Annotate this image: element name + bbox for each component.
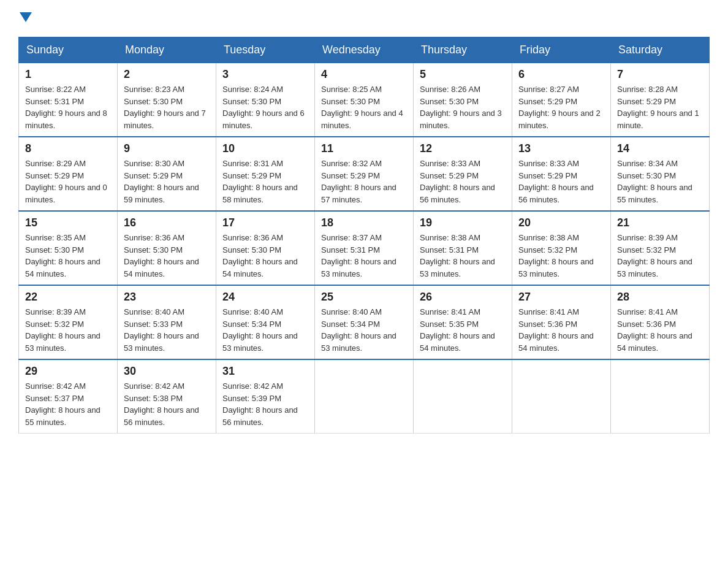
day-number: 30 — [124, 365, 210, 378]
calendar-day-cell — [414, 359, 512, 434]
day-info: Sunrise: 8:41 AMSunset: 5:35 PMDaylight:… — [420, 306, 506, 354]
calendar-day-cell: 27 Sunrise: 8:41 AMSunset: 5:36 PMDaylig… — [512, 285, 611, 359]
calendar-day-cell: 20 Sunrise: 8:38 AMSunset: 5:32 PMDaylig… — [512, 211, 611, 285]
calendar-day-cell: 17 Sunrise: 8:36 AMSunset: 5:30 PMDaylig… — [216, 211, 315, 285]
day-info: Sunrise: 8:23 AMSunset: 5:30 PMDaylight:… — [124, 83, 210, 131]
day-of-week-header: Sunday — [19, 37, 118, 63]
day-number: 13 — [518, 142, 604, 155]
day-info: Sunrise: 8:31 AMSunset: 5:29 PMDaylight:… — [222, 158, 308, 205]
calendar-day-cell: 6 Sunrise: 8:27 AMSunset: 5:29 PMDayligh… — [512, 63, 611, 137]
day-number: 31 — [222, 365, 308, 378]
calendar-day-cell: 25 Sunrise: 8:40 AMSunset: 5:34 PMDaylig… — [315, 285, 414, 359]
calendar-day-cell: 1 Sunrise: 8:22 AMSunset: 5:31 PMDayligh… — [19, 63, 118, 137]
day-number: 15 — [25, 216, 111, 229]
day-number: 26 — [420, 291, 506, 304]
day-info: Sunrise: 8:27 AMSunset: 5:29 PMDaylight:… — [518, 83, 604, 131]
day-of-week-header: Thursday — [414, 37, 512, 63]
day-info: Sunrise: 8:40 AMSunset: 5:33 PMDaylight:… — [124, 306, 210, 354]
calendar-day-cell: 23 Sunrise: 8:40 AMSunset: 5:33 PMDaylig… — [118, 285, 216, 359]
day-info: Sunrise: 8:28 AMSunset: 5:29 PMDaylight:… — [617, 83, 703, 131]
calendar-day-cell: 22 Sunrise: 8:39 AMSunset: 5:32 PMDaylig… — [19, 285, 118, 359]
day-info: Sunrise: 8:25 AMSunset: 5:30 PMDaylight:… — [321, 83, 407, 131]
day-info: Sunrise: 8:30 AMSunset: 5:29 PMDaylight:… — [124, 158, 210, 205]
calendar-table: SundayMondayTuesdayWednesdayThursdayFrid… — [18, 37, 710, 434]
day-info: Sunrise: 8:35 AMSunset: 5:30 PMDaylight:… — [25, 232, 111, 280]
day-number: 21 — [617, 216, 703, 229]
day-number: 29 — [25, 365, 111, 378]
day-info: Sunrise: 8:42 AMSunset: 5:38 PMDaylight:… — [124, 380, 210, 428]
calendar-day-cell: 19 Sunrise: 8:38 AMSunset: 5:31 PMDaylig… — [414, 211, 512, 285]
day-number: 16 — [124, 216, 210, 229]
day-info: Sunrise: 8:22 AMSunset: 5:31 PMDaylight:… — [25, 83, 111, 131]
day-info: Sunrise: 8:42 AMSunset: 5:37 PMDaylight:… — [25, 380, 111, 428]
logo-triangle-icon — [20, 12, 32, 22]
day-info: Sunrise: 8:41 AMSunset: 5:36 PMDaylight:… — [518, 306, 604, 354]
calendar-day-cell: 26 Sunrise: 8:41 AMSunset: 5:35 PMDaylig… — [414, 285, 512, 359]
calendar-day-cell: 24 Sunrise: 8:40 AMSunset: 5:34 PMDaylig… — [216, 285, 315, 359]
calendar-week-row: 22 Sunrise: 8:39 AMSunset: 5:32 PMDaylig… — [19, 285, 710, 359]
calendar-week-row: 15 Sunrise: 8:35 AMSunset: 5:30 PMDaylig… — [19, 211, 710, 285]
calendar-day-cell: 8 Sunrise: 8:29 AMSunset: 5:29 PMDayligh… — [19, 137, 118, 211]
calendar-day-cell — [611, 359, 710, 434]
day-info: Sunrise: 8:38 AMSunset: 5:32 PMDaylight:… — [518, 232, 604, 280]
calendar-day-cell: 5 Sunrise: 8:26 AMSunset: 5:30 PMDayligh… — [414, 63, 512, 137]
day-info: Sunrise: 8:40 AMSunset: 5:34 PMDaylight:… — [321, 306, 407, 354]
day-info: Sunrise: 8:38 AMSunset: 5:31 PMDaylight:… — [420, 232, 506, 280]
calendar-day-cell: 4 Sunrise: 8:25 AMSunset: 5:30 PMDayligh… — [315, 63, 414, 137]
day-number: 2 — [124, 68, 210, 81]
day-info: Sunrise: 8:36 AMSunset: 5:30 PMDaylight:… — [222, 232, 308, 280]
day-number: 27 — [518, 291, 604, 304]
calendar-week-row: 1 Sunrise: 8:22 AMSunset: 5:31 PMDayligh… — [19, 63, 710, 137]
day-number: 19 — [420, 216, 506, 229]
day-of-week-header: Tuesday — [216, 37, 315, 63]
day-info: Sunrise: 8:37 AMSunset: 5:31 PMDaylight:… — [321, 232, 407, 280]
day-number: 7 — [617, 68, 703, 81]
day-info: Sunrise: 8:41 AMSunset: 5:36 PMDaylight:… — [617, 306, 703, 354]
day-number: 9 — [124, 142, 210, 155]
calendar-day-cell — [315, 359, 414, 434]
day-number: 20 — [518, 216, 604, 229]
calendar-day-cell: 11 Sunrise: 8:32 AMSunset: 5:29 PMDaylig… — [315, 137, 414, 211]
calendar-day-cell: 21 Sunrise: 8:39 AMSunset: 5:32 PMDaylig… — [611, 211, 710, 285]
day-number: 23 — [124, 291, 210, 304]
day-info: Sunrise: 8:36 AMSunset: 5:30 PMDaylight:… — [124, 232, 210, 280]
calendar-day-cell: 31 Sunrise: 8:42 AMSunset: 5:39 PMDaylig… — [216, 359, 315, 434]
day-number: 4 — [321, 68, 407, 81]
calendar-day-cell: 7 Sunrise: 8:28 AMSunset: 5:29 PMDayligh… — [611, 63, 710, 137]
day-of-week-header: Wednesday — [315, 37, 414, 63]
day-info: Sunrise: 8:34 AMSunset: 5:30 PMDaylight:… — [617, 158, 703, 205]
day-info: Sunrise: 8:32 AMSunset: 5:29 PMDaylight:… — [321, 158, 407, 205]
day-of-week-header: Monday — [118, 37, 216, 63]
day-info: Sunrise: 8:33 AMSunset: 5:29 PMDaylight:… — [420, 158, 506, 205]
day-number: 14 — [617, 142, 703, 155]
calendar-day-cell: 13 Sunrise: 8:33 AMSunset: 5:29 PMDaylig… — [512, 137, 611, 211]
calendar-day-cell: 29 Sunrise: 8:42 AMSunset: 5:37 PMDaylig… — [19, 359, 118, 434]
calendar-week-row: 29 Sunrise: 8:42 AMSunset: 5:37 PMDaylig… — [19, 359, 710, 434]
day-number: 8 — [25, 142, 111, 155]
calendar-day-cell: 2 Sunrise: 8:23 AMSunset: 5:30 PMDayligh… — [118, 63, 216, 137]
day-info: Sunrise: 8:24 AMSunset: 5:30 PMDaylight:… — [222, 83, 308, 131]
day-number: 6 — [518, 68, 604, 81]
calendar-day-cell: 28 Sunrise: 8:41 AMSunset: 5:36 PMDaylig… — [611, 285, 710, 359]
day-info: Sunrise: 8:29 AMSunset: 5:29 PMDaylight:… — [25, 158, 111, 205]
day-number: 12 — [420, 142, 506, 155]
calendar-day-cell: 16 Sunrise: 8:36 AMSunset: 5:30 PMDaylig… — [118, 211, 216, 285]
day-number: 10 — [222, 142, 308, 155]
calendar-day-cell — [512, 359, 611, 434]
calendar-day-cell: 18 Sunrise: 8:37 AMSunset: 5:31 PMDaylig… — [315, 211, 414, 285]
day-info: Sunrise: 8:42 AMSunset: 5:39 PMDaylight:… — [222, 380, 308, 428]
day-of-week-header: Saturday — [611, 37, 710, 63]
calendar-week-row: 8 Sunrise: 8:29 AMSunset: 5:29 PMDayligh… — [19, 137, 710, 211]
calendar-day-cell: 3 Sunrise: 8:24 AMSunset: 5:30 PMDayligh… — [216, 63, 315, 137]
page-header — [18, 12, 710, 25]
day-number: 24 — [222, 291, 308, 304]
day-number: 28 — [617, 291, 703, 304]
day-number: 3 — [222, 68, 308, 81]
day-number: 22 — [25, 291, 111, 304]
day-number: 25 — [321, 291, 407, 304]
calendar-day-cell: 15 Sunrise: 8:35 AMSunset: 5:30 PMDaylig… — [19, 211, 118, 285]
day-number: 18 — [321, 216, 407, 229]
day-info: Sunrise: 8:40 AMSunset: 5:34 PMDaylight:… — [222, 306, 308, 354]
calendar-day-cell: 9 Sunrise: 8:30 AMSunset: 5:29 PMDayligh… — [118, 137, 216, 211]
day-info: Sunrise: 8:39 AMSunset: 5:32 PMDaylight:… — [617, 232, 703, 280]
